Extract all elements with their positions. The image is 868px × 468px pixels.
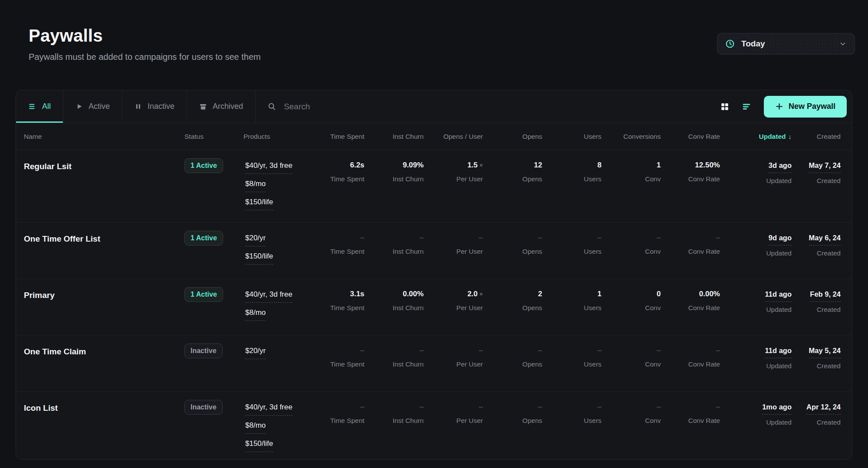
updated-label: Updated <box>723 177 792 185</box>
column-header-status[interactable]: Status <box>183 133 242 141</box>
status-cell: 1 Active <box>183 231 242 245</box>
created-label: Created <box>795 362 841 370</box>
metric-value: – <box>487 347 542 355</box>
view-toggles <box>720 90 764 123</box>
column-header-products[interactable]: Products <box>242 133 307 141</box>
product-link[interactable]: $8/mo <box>245 180 266 192</box>
created-value[interactable]: Apr 12, 24 <box>806 403 841 415</box>
metric-conv-rate: 12.50%Conv Rate <box>662 161 722 183</box>
table-row[interactable]: One Time Offer List1 Active$20/yr$150/li… <box>16 223 852 279</box>
list-view-button[interactable] <box>741 102 752 111</box>
updated-value[interactable]: 1mo ago <box>762 403 792 415</box>
product-link[interactable]: $20/yr <box>245 347 266 359</box>
products-cell: $40/yr, 3d free$8/mo$150/life <box>242 161 307 216</box>
product-link[interactable]: $40/yr, 3d free <box>245 403 293 416</box>
updated-value[interactable]: 11d ago <box>765 290 792 302</box>
metric-inst-churn: 0.00%Inst Churn <box>366 290 426 312</box>
tab-inactive-label: Inactive <box>148 102 174 111</box>
table-toolbar: All Active Inactive Archived <box>16 90 852 123</box>
tab-all[interactable]: All <box>16 90 63 123</box>
tab-active-label: Active <box>89 102 110 111</box>
column-header-updated[interactable]: Updated↓ <box>722 133 793 141</box>
metric-opens: –Opens <box>485 403 544 425</box>
metric-conv: 0Conv <box>603 290 663 312</box>
metric-inst-churn: –Inst Churn <box>366 347 426 368</box>
metric-conv: 1Conv <box>603 161 663 183</box>
updated-value[interactable]: 9d ago <box>769 234 792 245</box>
column-header-conversions[interactable]: Conversions <box>603 133 663 141</box>
updated-cell: 3d agoUpdated <box>722 161 793 185</box>
table-row[interactable]: Primary1 Active$40/yr, 3d free$8/mo3.1sT… <box>16 279 852 335</box>
metric-value: – <box>664 347 720 355</box>
metric-label: Users <box>546 360 602 368</box>
column-header-opens-user[interactable]: Opens / User <box>425 133 485 141</box>
metric-label: Conv <box>605 175 661 183</box>
updated-label: Updated <box>723 362 792 370</box>
product-link[interactable]: $20/yr <box>245 234 266 246</box>
column-header-inst-churn[interactable]: Inst Churn <box>366 133 426 141</box>
product-link[interactable]: $8/mo <box>245 421 266 434</box>
column-header-label: Time Spent <box>330 133 365 140</box>
search-input[interactable] <box>284 102 708 111</box>
updated-label: Updated <box>723 306 792 314</box>
metric-label: Time Spent <box>309 360 365 368</box>
created-value[interactable]: May 6, 24 <box>809 234 841 245</box>
column-header-users[interactable]: Users <box>544 133 603 141</box>
created-value[interactable]: May 7, 24 <box>809 161 841 173</box>
metric-value: – <box>427 347 483 355</box>
product-link[interactable]: $40/yr, 3d free <box>245 290 293 303</box>
metric-value: – <box>487 403 542 411</box>
metric-time-spent: –Time Spent <box>307 234 366 255</box>
metric-users: –Users <box>544 403 603 425</box>
metric-value: 12 <box>487 161 542 170</box>
updated-label: Updated <box>723 249 792 257</box>
product-link[interactable]: $40/yr, 3d free <box>245 161 293 174</box>
created-cell: Apr 12, 24Created <box>793 403 852 426</box>
chevron-down-icon <box>839 40 847 48</box>
tab-inactive[interactable]: Inactive <box>122 90 187 123</box>
metric-time-spent: 3.1sTime Spent <box>307 290 366 312</box>
table-row[interactable]: Regular Lsit1 Active$40/yr, 3d free$8/mo… <box>16 150 852 223</box>
metric-conv-rate: –Conv Rate <box>662 234 722 255</box>
metric-label: Conv Rate <box>664 360 720 368</box>
column-header-label: Conversions <box>623 133 661 140</box>
updated-value[interactable]: 3d ago <box>769 161 792 173</box>
tab-archived[interactable]: Archived <box>187 90 256 123</box>
created-value[interactable]: Feb 9, 24 <box>810 290 841 302</box>
tab-active[interactable]: Active <box>63 90 122 123</box>
column-header-opens[interactable]: Opens <box>485 133 544 141</box>
column-header-created[interactable]: Created <box>793 133 852 141</box>
updated-value[interactable]: 11d ago <box>765 347 792 358</box>
column-header-label: Status <box>184 133 204 140</box>
updated-label: Updated <box>723 419 792 426</box>
metric-opens: 12Opens <box>485 161 544 183</box>
product-link[interactable]: $150/life <box>245 252 273 265</box>
metric-label: Per User <box>427 304 483 312</box>
metric-label: Users <box>546 304 602 312</box>
column-header-time-spent[interactable]: Time Spent <box>307 133 366 141</box>
page-header: Paywalls Paywalls must be added to campa… <box>0 0 868 62</box>
new-paywall-button[interactable]: New Paywall <box>764 96 847 118</box>
product-link[interactable]: $150/life <box>245 439 273 452</box>
metric-users: –Users <box>544 347 603 368</box>
date-range-dropdown[interactable]: Today <box>717 33 855 55</box>
metric-conv: –Conv <box>603 234 663 255</box>
table-row[interactable]: One Time ClaimInactive$20/yr–Time Spent–… <box>16 335 852 392</box>
updated-cell: 1mo agoUpdated <box>722 403 793 426</box>
product-link[interactable]: $8/mo <box>245 308 266 321</box>
metric-value: – <box>427 403 483 411</box>
new-paywall-label: New Paywall <box>789 102 835 111</box>
grid-view-button[interactable] <box>720 102 730 111</box>
metric-label: Per User <box>427 360 483 368</box>
list-lines-icon <box>28 102 36 111</box>
table-row[interactable]: Icon ListInactive$40/yr, 3d free$8/mo$15… <box>16 392 852 460</box>
product-link[interactable]: $150/life <box>245 198 273 210</box>
metric-opens: –Opens <box>485 347 544 368</box>
metric-per-user: 2.0×Per User <box>425 290 485 312</box>
metric-per-user: –Per User <box>425 403 485 425</box>
created-value[interactable]: May 5, 24 <box>809 347 841 358</box>
column-header-conv-rate[interactable]: Conv Rate <box>662 133 722 141</box>
column-header-name[interactable]: Name <box>16 133 183 141</box>
products-cell: $20/yr <box>242 347 307 365</box>
metric-label: Conv <box>605 248 661 255</box>
